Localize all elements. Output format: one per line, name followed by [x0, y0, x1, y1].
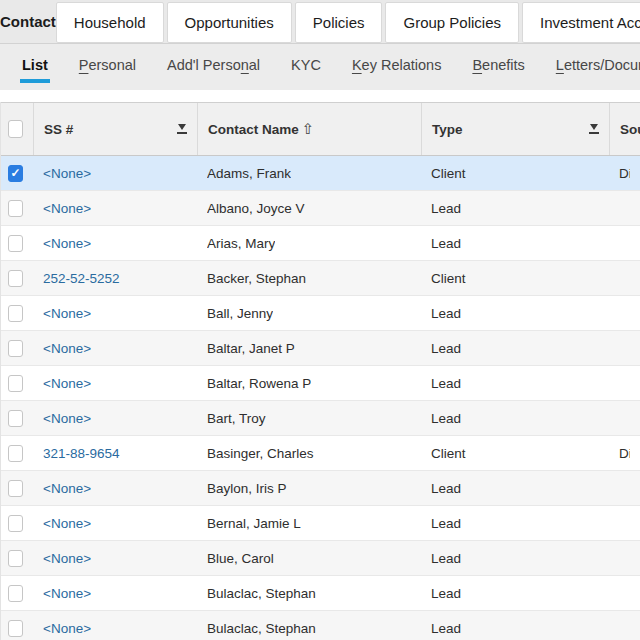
ssn-link[interactable]: <None> [43, 621, 91, 636]
table-row[interactable]: 252-52-5252 Backer, Stephan Client [1, 261, 640, 296]
column-header-contact-name[interactable]: Contact Name ⇧ [197, 103, 421, 155]
sub-tab[interactable]: Benefits [470, 57, 526, 79]
ssn-link[interactable]: <None> [43, 411, 91, 426]
column-header-contact-name-label: Contact Name [208, 122, 299, 137]
row-checkbox[interactable] [8, 375, 23, 392]
main-tab[interactable]: Investment Accounts [522, 2, 640, 43]
ssn-link[interactable]: <None> [43, 551, 91, 566]
type-text: Lead [431, 376, 461, 391]
row-checkbox-cell [1, 576, 33, 610]
source-cell [609, 576, 640, 610]
sub-tab-accelerator-letter: B [472, 57, 482, 73]
row-checkbox[interactable] [8, 165, 23, 182]
row-checkbox[interactable] [8, 550, 23, 567]
ssn-link[interactable]: <None> [43, 236, 91, 251]
table-row[interactable]: <None> Bernal, Jamie L Lead [1, 506, 640, 541]
table-row[interactable]: <None> Ball, Jenny Lead [1, 296, 640, 331]
main-tab[interactable]: Contact [0, 0, 56, 43]
table-row[interactable]: <None> Bulaclac, Stephan Lead [1, 576, 640, 611]
type-text: Lead [431, 341, 461, 356]
ssn-link[interactable]: <None> [43, 481, 91, 496]
table-row[interactable]: <None> Baltar, Janet P Lead [1, 331, 640, 366]
source-cell [609, 261, 640, 295]
ssn-cell: <None> [33, 226, 197, 260]
ssn-link[interactable]: <None> [43, 341, 91, 356]
row-checkbox[interactable] [8, 620, 23, 637]
row-checkbox[interactable] [8, 235, 23, 252]
table-row[interactable]: <None> Adams, Frank Client Direct [1, 156, 640, 191]
row-checkbox[interactable] [8, 445, 23, 462]
ssn-link[interactable]: <None> [43, 586, 91, 601]
column-header-type-label: Type [432, 122, 463, 137]
row-checkbox[interactable] [8, 585, 23, 602]
ssn-link[interactable]: <None> [43, 166, 91, 181]
ssn-link[interactable]: 321-88-9654 [43, 446, 120, 461]
filter-icon[interactable] [177, 124, 187, 134]
sub-tab[interactable]: Key Relations [350, 57, 443, 79]
row-checkbox-cell [1, 611, 33, 640]
column-header-source[interactable]: Source [609, 103, 640, 155]
contact-name-cell: Ball, Jenny [197, 296, 421, 330]
filter-icon[interactable] [589, 124, 599, 134]
contact-name-cell: Albano, Joyce V [197, 191, 421, 225]
table-row[interactable]: 321-88-9654 Basinger, Charles Client Dir… [1, 436, 640, 471]
table-row[interactable]: <None> Blue, Carol Lead [1, 541, 640, 576]
type-text: Lead [431, 586, 461, 601]
source-cell [609, 366, 640, 400]
select-all-checkbox[interactable] [8, 120, 23, 138]
contact-name-cell: Baltar, Janet P [197, 331, 421, 365]
row-checkbox-cell [1, 401, 33, 435]
sub-tab[interactable]: Letters/Documents [554, 57, 640, 79]
row-checkbox[interactable] [8, 515, 23, 532]
ssn-cell: <None> [33, 611, 197, 640]
row-checkbox[interactable] [8, 270, 23, 287]
row-checkbox-cell [1, 366, 33, 400]
type-text: Lead [431, 621, 461, 636]
row-checkbox-cell [1, 296, 33, 330]
type-text: Lead [431, 551, 461, 566]
ssn-cell: <None> [33, 506, 197, 540]
main-tab[interactable]: Group Policies [385, 2, 519, 43]
table-row[interactable]: <None> Arias, Mary Lead [1, 226, 640, 261]
type-cell: Client [421, 156, 609, 190]
row-checkbox-cell [1, 156, 33, 190]
column-header-type[interactable]: Type [421, 103, 609, 155]
type-cell: Client [421, 436, 609, 470]
source-cell [609, 331, 640, 365]
ssn-cell: <None> [33, 401, 197, 435]
column-header-ssn[interactable]: SS # [33, 103, 197, 155]
sub-tab[interactable]: KYC [289, 57, 323, 79]
sub-tab[interactable]: List [20, 57, 50, 83]
table-row[interactable]: <None> Albano, Joyce V Lead [1, 191, 640, 226]
sub-tab[interactable]: Personal [77, 57, 138, 79]
table-row[interactable]: <None> Bulaclac, Stephan Lead [1, 611, 640, 640]
contact-name-text: Bulaclac, Stephan [207, 621, 316, 636]
type-cell: Lead [421, 401, 609, 435]
row-checkbox-cell [1, 261, 33, 295]
row-checkbox[interactable] [8, 305, 23, 322]
table-row[interactable]: <None> Baltar, Rowena P Lead [1, 366, 640, 401]
table-row[interactable]: <None> Bart, Troy Lead [1, 401, 640, 436]
row-checkbox[interactable] [8, 410, 23, 427]
ssn-link[interactable]: <None> [43, 201, 91, 216]
sub-tab-label: al [249, 57, 260, 73]
ssn-link[interactable]: <None> [43, 306, 91, 321]
table-row[interactable]: <None> Baylon, Iris P Lead [1, 471, 640, 506]
sub-tab[interactable]: Add'l Personal [165, 57, 262, 79]
sort-ascending-icon[interactable]: ⇧ [302, 120, 315, 138]
main-tab[interactable]: Opportunities [167, 2, 292, 43]
type-text: Lead [431, 481, 461, 496]
row-checkbox[interactable] [8, 340, 23, 357]
main-tab[interactable]: Policies [295, 2, 383, 43]
type-text: Lead [431, 411, 461, 426]
sub-tab-label: Add'l Perso [167, 57, 241, 73]
main-tab[interactable]: Household [56, 2, 164, 43]
ssn-link[interactable]: 252-52-5252 [43, 271, 120, 286]
contact-name-text: Bart, Troy [207, 411, 266, 426]
row-checkbox[interactable] [8, 480, 23, 497]
ssn-link[interactable]: <None> [43, 516, 91, 531]
ssn-link[interactable]: <None> [43, 376, 91, 391]
sub-tab-accelerator-letter: K [352, 57, 362, 73]
contact-name-cell: Baylon, Iris P [197, 471, 421, 505]
row-checkbox[interactable] [8, 200, 23, 217]
